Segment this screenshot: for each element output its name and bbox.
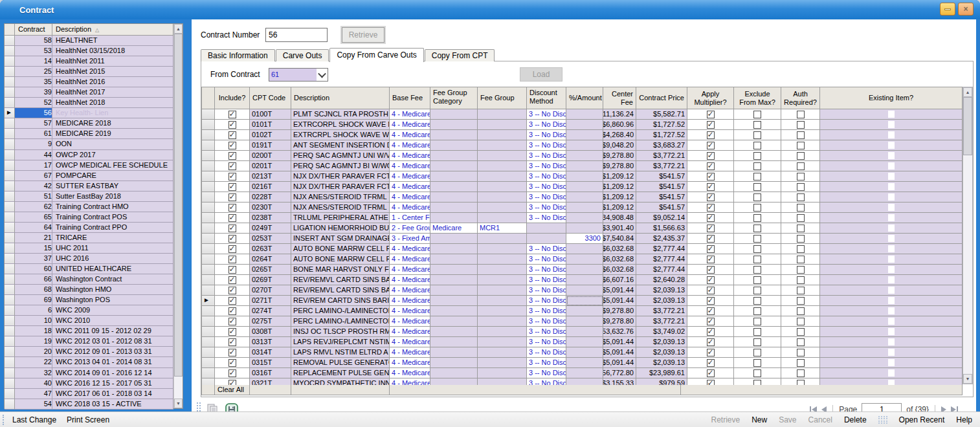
description-cell[interactable]: EXTRCORPL SHOCK WAVE M (291, 120, 390, 130)
contract-list-row[interactable]: 60UNITED HEALTHCARE (5, 264, 173, 274)
load-button[interactable]: Load (520, 67, 562, 82)
discount-method-cell[interactable]: 3 -- No Disco (527, 130, 566, 140)
col-pct-amount[interactable]: %/Amount (566, 87, 603, 109)
discount-method-cell[interactable]: 3 -- No Disco (527, 244, 566, 254)
cpt-code-cell[interactable]: 0264T (250, 254, 291, 265)
col-description[interactable]: Description (291, 87, 390, 109)
fee-group-cell[interactable] (478, 358, 527, 368)
description-cell[interactable]: REMOVAL PULSE GENERATO (291, 358, 390, 368)
description-cell[interactable]: TRLUML PERIPHERAL ATHE (291, 213, 390, 223)
row-selector[interactable] (202, 358, 215, 368)
pct-amount-cell[interactable] (566, 120, 603, 130)
row-selector[interactable] (202, 378, 215, 385)
description-cell[interactable]: AUTO BONE MARRW CELL F (291, 244, 390, 254)
contract-list-row[interactable]: 69Washington POS (5, 295, 173, 305)
row-selector[interactable] (5, 181, 15, 192)
cpt-code-cell[interactable]: 0274T (250, 306, 291, 316)
exclude-from-max-checkbox[interactable] (734, 378, 781, 385)
contract-list-row[interactable]: 10WKC 2010 (5, 316, 173, 326)
cpt-code-cell[interactable]: 0253T (250, 234, 291, 244)
fee-group-cell[interactable] (478, 254, 527, 265)
apply-multiplier-checkbox[interactable] (687, 337, 734, 347)
cpt-code-cell[interactable]: 0321T (250, 378, 291, 385)
row-selector[interactable] (5, 46, 15, 56)
contract-list-row[interactable]: 42SUTTER EASTBAY (5, 181, 173, 192)
include-checkbox[interactable] (215, 285, 250, 296)
include-checkbox[interactable] (215, 296, 250, 306)
auth-required-checkbox[interactable] (781, 161, 820, 171)
apply-multiplier-checkbox[interactable] (687, 254, 734, 265)
row-selector[interactable] (5, 139, 15, 149)
cpt-code-cell[interactable]: 0101T (250, 120, 291, 130)
row-selector[interactable] (5, 129, 15, 139)
contract-list-row[interactable]: 51Sutter EastBay 2018 (5, 192, 173, 202)
fee-group-category-cell[interactable] (430, 234, 478, 244)
pct-amount-cell[interactable] (566, 140, 603, 151)
auth-required-checkbox[interactable] (781, 347, 820, 358)
fee-group-category-cell[interactable] (430, 327, 478, 337)
fee-group-cell[interactable] (478, 161, 527, 171)
description-cell[interactable]: PERC LAMINO-/LAMINECTOI (291, 306, 390, 316)
description-cell[interactable]: PERC LAMINO-/LAMINECTOI (291, 316, 390, 327)
pct-amount-cell[interactable] (566, 213, 603, 223)
include-checkbox[interactable] (215, 337, 250, 347)
base-fee-cell[interactable]: 4 - Medicare (390, 368, 430, 378)
cpt-code-cell[interactable]: 0100T (250, 109, 291, 120)
description-cell[interactable]: INSJ OC TLSCP PROSTH RM (291, 327, 390, 337)
row-selector[interactable] (5, 305, 15, 316)
exclude-from-max-checkbox[interactable] (734, 213, 781, 223)
contract-list-row[interactable]: 35HealthNet 2016 (5, 77, 173, 87)
contract-list-row[interactable]: 67POMPCARE (5, 171, 173, 181)
row-selector[interactable] (5, 264, 15, 274)
row-selector[interactable] (5, 87, 15, 98)
row-selector[interactable] (202, 120, 215, 130)
description-cell[interactable]: AUTO BONE MARRW CELL F (291, 254, 390, 265)
fee-group-cell[interactable] (478, 130, 527, 140)
print-screen-button[interactable]: Print Screen (67, 415, 109, 424)
include-checkbox[interactable] (215, 306, 250, 316)
cpt-code-cell[interactable]: 0308T (250, 327, 291, 337)
scroll-down-icon[interactable]: ▼ (174, 399, 183, 408)
discount-method-cell[interactable]: 3 -- No Disco (527, 306, 566, 316)
discount-method-cell[interactable]: 3 -- No Disco (527, 347, 566, 358)
pct-amount-cell[interactable] (566, 130, 603, 140)
exclude-from-max-checkbox[interactable] (734, 182, 781, 192)
description-cell[interactable]: INSERT ANT SGM DRAINAGE (291, 234, 390, 244)
row-selector[interactable] (5, 36, 15, 46)
fee-group-category-cell[interactable] (430, 192, 478, 203)
col-center-fee[interactable]: Center Fee (603, 87, 636, 109)
apply-multiplier-checkbox[interactable] (687, 161, 734, 171)
auth-required-checkbox[interactable] (781, 151, 820, 161)
auth-required-checkbox[interactable] (781, 244, 820, 254)
include-checkbox[interactable] (215, 368, 250, 378)
fee-group-category-cell[interactable] (430, 275, 478, 285)
row-selector[interactable] (5, 160, 15, 171)
row-selector[interactable] (202, 213, 215, 223)
fee-group-category-cell[interactable]: Medicare (430, 223, 478, 234)
row-selector[interactable] (202, 337, 215, 347)
contract-number-input[interactable] (265, 28, 328, 42)
base-fee-cell[interactable]: 4 - Medicare (390, 244, 430, 254)
cpt-code-cell[interactable]: 0271T (250, 296, 291, 306)
fee-group-cell[interactable] (478, 192, 527, 203)
base-fee-cell[interactable]: 4 - Medicare (390, 347, 430, 358)
apply-multiplier-checkbox[interactable] (687, 140, 734, 151)
row-selector[interactable] (202, 254, 215, 265)
exclude-from-max-checkbox[interactable] (734, 316, 781, 327)
fee-group-cell[interactable] (478, 203, 527, 213)
tab-carve-outs[interactable]: Carve Outs (276, 49, 329, 61)
scroll-down-icon[interactable]: ▼ (963, 374, 972, 384)
include-checkbox[interactable] (215, 327, 250, 337)
exclude-from-max-checkbox[interactable] (734, 347, 781, 358)
row-selector[interactable] (202, 223, 215, 234)
cpt-code-cell[interactable]: 0249T (250, 223, 291, 234)
tab-copy-from-cpt[interactable]: Copy From CPT (425, 49, 495, 61)
pct-amount-cell[interactable] (566, 265, 603, 275)
contract-list-row[interactable]: 18WKC 2011 09 15 - 2012 02 29 (5, 326, 173, 336)
description-cell[interactable]: EXTRCRPL SHOCK WAVE W (291, 130, 390, 140)
fee-group-cell[interactable] (478, 182, 527, 192)
pct-amount-cell[interactable] (566, 192, 603, 203)
row-selector[interactable] (5, 378, 15, 389)
description-cell[interactable]: PERQ SAC AGMNTJ BI W/WO (291, 161, 390, 171)
exclude-from-max-checkbox[interactable] (734, 327, 781, 337)
